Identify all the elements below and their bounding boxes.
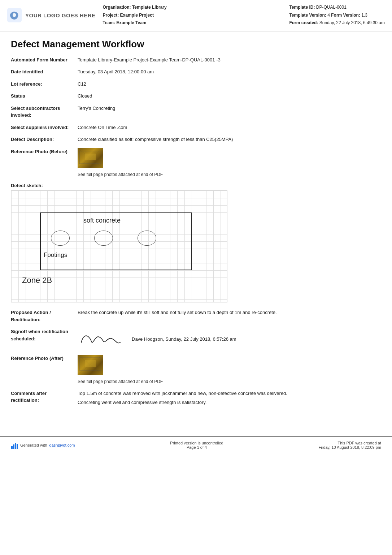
reference-photo-after-thumbnail	[78, 355, 103, 375]
date-identified-label: Date identified	[11, 68, 78, 76]
proposed-action-label: Proposed Action / Rectification:	[11, 309, 78, 323]
lot-reference-value: C12	[78, 81, 381, 88]
automated-form-number-label: Automated Form Number	[11, 56, 78, 64]
org-row: Organisation: Template Library	[103, 4, 167, 12]
form-row-comments: Comments after rectification: Top 1.5m o…	[11, 390, 381, 406]
reference-photo-before-label: Reference Photo (Before)	[11, 148, 78, 155]
template-version-row: Template Version: 4 Form Version: 1.3	[289, 12, 385, 20]
comments-line-2: Concreting went well and compressive str…	[78, 399, 381, 406]
form-row-reference-photo-before: Reference Photo (Before) See full page p…	[11, 148, 381, 178]
svg-rect-10	[13, 444, 14, 449]
logo-area: YOUR LOGO GOES HERE	[7, 4, 96, 27]
form-row-subcontractors: Select subcontractors involved: Terry's …	[11, 105, 381, 119]
sketch-circle-1	[51, 231, 70, 246]
header-meta-left: Organisation: Template Library Project: …	[103, 4, 167, 27]
select-subcontractors-label: Select subcontractors involved:	[11, 105, 78, 119]
form-row-suppliers: Select suppliers involved: Concrete On T…	[11, 124, 381, 131]
footer: Generated with dashpivot.com Printed ver…	[0, 436, 392, 453]
header-meta-right: Template ID: DP-QUAL-0001 Template Versi…	[289, 4, 385, 27]
automated-form-number-value: Template Library-Example Project-Example…	[78, 56, 381, 64]
team-row: Team: Example Team	[103, 19, 167, 27]
project-row: Project: Example Project	[103, 12, 167, 20]
defect-description-label: Defect Description:	[11, 136, 78, 143]
reference-photo-before-thumbnail	[78, 148, 103, 168]
reference-photo-after-note: See full page photos attached at end of …	[78, 378, 381, 385]
svg-rect-12	[17, 444, 18, 449]
signoff-label: Signoff when rectification scheduled:	[11, 328, 78, 342]
signoff-person: Dave Hodgson, Sunday, 22 July 2018, 6:57…	[132, 336, 236, 343]
svg-rect-4	[85, 154, 96, 160]
reference-photo-before-value: See full page photos attached at end of …	[78, 148, 381, 178]
defect-sketch-canvas: soft concrete Footings Zone 2B	[11, 190, 227, 302]
pdf-created-date: Friday, 10 August 2018, 8:22:09 pm	[319, 445, 381, 449]
template-id-row: Template ID: DP-QUAL-0001	[289, 4, 385, 12]
header-meta: Organisation: Template Library Project: …	[103, 4, 282, 27]
svg-rect-11	[15, 443, 16, 449]
sketch-zone-text: Zone 2B	[22, 276, 52, 285]
defect-sketch-label: Defect sketch:	[11, 183, 381, 188]
header: YOUR LOGO GOES HERE Organisation: Templa…	[0, 0, 392, 31]
form-row-defect-description: Defect Description: Concrete classified …	[11, 136, 381, 143]
form-row-date: Date identified Tuesday, 03 April 2018, …	[11, 68, 381, 76]
logo-icon	[7, 8, 22, 22]
footer-center: Printed version is uncontrolled Page 1 o…	[170, 441, 223, 449]
form-row-status: Status Closed	[11, 92, 381, 100]
sketch-soft-concrete-text: soft concrete	[83, 217, 121, 224]
form-row-automated: Automated Form Number Template Library-E…	[11, 56, 381, 64]
select-suppliers-label: Select suppliers involved:	[11, 124, 78, 131]
svg-rect-9	[11, 446, 13, 449]
uncontrolled-text: Printed version is uncontrolled	[170, 441, 223, 445]
select-subcontractors-value: Terry's Concreting	[78, 105, 381, 112]
select-suppliers-value: Concrete On Time .com	[78, 124, 381, 131]
signature-image	[78, 328, 125, 350]
main-content: Defect Management Workflow Automated For…	[0, 31, 392, 422]
proposed-action-value: Break the concrete up while it's still s…	[78, 309, 381, 316]
dashpivot-link[interactable]: dashpivot.com	[49, 443, 75, 447]
pdf-created-label: This PDF was created at	[319, 441, 381, 445]
lot-reference-label: Lot reference:	[11, 81, 78, 88]
footer-left: Generated with dashpivot.com	[11, 442, 75, 449]
sketch-footings-text: Footings	[44, 251, 67, 259]
signature-area: Dave Hodgson, Sunday, 22 July 2018, 6:57…	[78, 328, 381, 350]
footer-right: This PDF was created at Friday, 10 Augus…	[319, 441, 381, 449]
form-row-reference-photo-after: Reference Photo (After) See full page ph…	[11, 355, 381, 385]
status-value: Closed	[78, 92, 381, 100]
footer-logo-icon	[11, 442, 18, 449]
page-info: Page 1 of 4	[170, 445, 223, 449]
comments-line-1: Top 1.5m of concrete was removed with ja…	[78, 390, 381, 397]
comments-label: Comments after rectification:	[11, 390, 78, 404]
generated-with-text: Generated with	[20, 443, 47, 447]
svg-rect-8	[85, 360, 96, 367]
form-row-lot: Lot reference: C12	[11, 81, 381, 88]
reference-photo-after-value: See full page photos attached at end of …	[78, 355, 381, 385]
logo-text: YOUR LOGO GOES HERE	[25, 12, 96, 18]
defect-description-value: Concrete classified as soft: compressive…	[78, 136, 381, 143]
sketch-circle-3	[138, 231, 156, 246]
reference-photo-after-label: Reference Photo (After)	[11, 355, 78, 362]
signoff-value: Dave Hodgson, Sunday, 22 July 2018, 6:57…	[78, 328, 381, 350]
defect-sketch-section: Defect sketch: soft concrete Footings Zo…	[11, 183, 381, 302]
form-created-row: Form created: Sunday, 22 July 2018, 6:49…	[289, 19, 385, 27]
comments-value: Top 1.5m of concrete was removed with ja…	[78, 390, 381, 406]
page-title: Defect Management Workflow	[11, 39, 381, 50]
status-label: Status	[11, 92, 78, 100]
date-identified-value: Tuesday, 03 April 2018, 12:00:00 am	[78, 68, 381, 76]
reference-photo-before-note: See full page photos attached at end of …	[78, 171, 381, 178]
form-row-proposed-action: Proposed Action / Rectification: Break t…	[11, 309, 381, 323]
form-row-signoff: Signoff when rectification scheduled: Da…	[11, 328, 381, 350]
sketch-circle-2	[94, 231, 113, 246]
